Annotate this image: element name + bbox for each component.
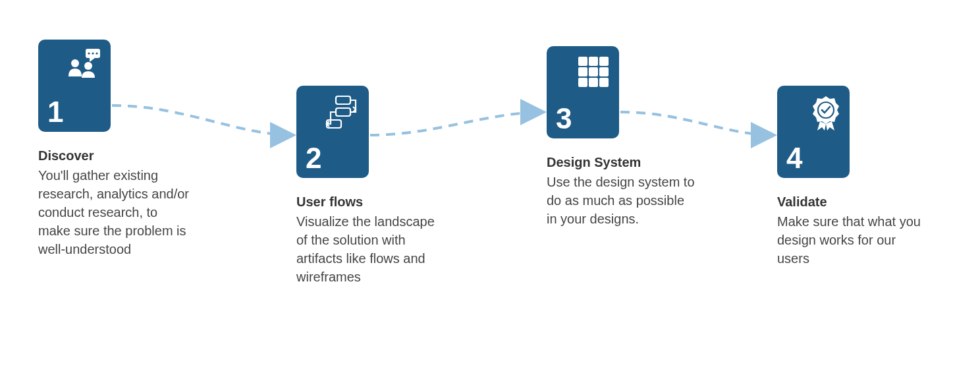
step-title: User flows (296, 192, 448, 211)
grid-icon (577, 55, 610, 91)
step-4: 4 Validate Make sure that what you desig… (777, 86, 929, 268)
svg-rect-17 (599, 78, 609, 87)
step-1: 1 Discover You'll gather existing resear… (38, 40, 190, 258)
step-body: You'll gather existing research, analyti… (38, 166, 190, 258)
svg-rect-13 (589, 67, 598, 76)
step-text-2: User flows Visualize the landscape of th… (296, 192, 448, 286)
step-number: 2 (306, 144, 321, 173)
step-text-1: Discover You'll gather existing research… (38, 146, 190, 258)
step-title: Discover (38, 146, 190, 165)
step-card-3: 3 (547, 46, 619, 138)
flow-boxes-icon (324, 95, 360, 132)
step-body: Visualize the landscape of the solution … (296, 212, 448, 286)
svg-point-5 (84, 62, 92, 70)
people-chat-icon (66, 49, 101, 80)
step-title: Validate (777, 192, 929, 211)
step-body: Make sure that what you design works for… (777, 212, 929, 268)
step-title: Design System (547, 153, 698, 171)
svg-point-3 (95, 52, 97, 54)
svg-point-1 (88, 52, 90, 54)
step-card-4: 4 (777, 86, 850, 178)
svg-point-2 (92, 52, 94, 54)
svg-rect-11 (599, 57, 609, 66)
step-number: 1 (47, 98, 63, 127)
svg-point-4 (71, 59, 79, 67)
svg-rect-9 (578, 57, 587, 66)
ribbon-check-icon (811, 95, 840, 133)
step-card-2: 2 (296, 86, 369, 178)
step-text-3: Design System Use the design system to d… (547, 153, 698, 228)
svg-rect-14 (599, 67, 609, 76)
svg-rect-15 (578, 78, 587, 87)
step-number: 3 (556, 104, 572, 133)
step-number: 4 (786, 144, 802, 173)
svg-rect-7 (336, 108, 350, 116)
svg-rect-12 (578, 67, 587, 76)
step-body: Use the design system to do as much as p… (547, 173, 698, 228)
step-text-4: Validate Make sure that what you design … (777, 192, 929, 268)
svg-rect-10 (589, 57, 598, 66)
step-3: 3 Design System Use the design system to… (547, 46, 698, 228)
step-card-1: 1 (38, 40, 111, 132)
svg-rect-6 (336, 96, 350, 104)
step-2: 2 User flows Visualize the landscape of … (296, 86, 448, 286)
svg-rect-16 (589, 78, 598, 87)
